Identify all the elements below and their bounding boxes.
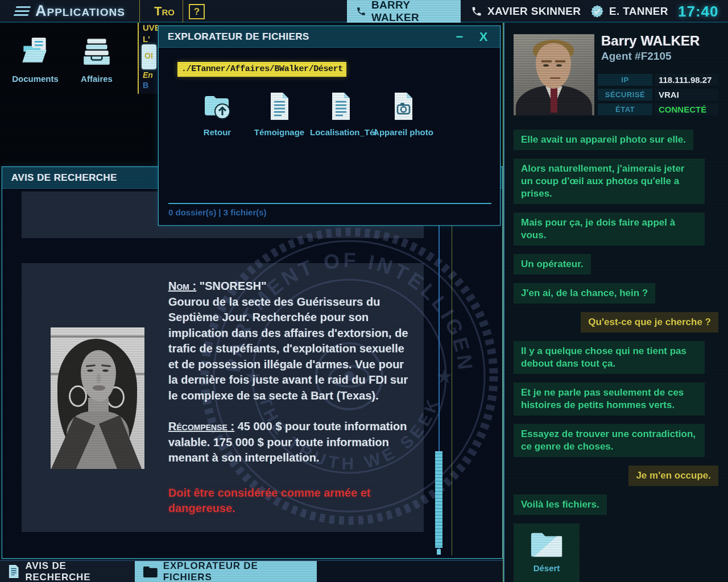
hidden-window-text-fragment: UVE [143,23,158,32]
contact-chat-panel: Barry WALKER Agent #F2105 IP 118.111.98.… [503,23,728,582]
phone-icon [471,6,482,17]
taskbar: AVIS DE RECHERCHE EXPLORATEUR DE FICHIER… [0,560,503,582]
document-file-icon [263,90,295,122]
chat-attachment-desert-folder[interactable]: Désert [514,523,580,582]
contact-field-ip: IP 118.111.98.27 [598,74,718,86]
field-value: CONNECTÉ [655,103,718,115]
folder-up-icon [201,90,233,122]
taskbar-tab-explorateur-de-fichiers[interactable]: EXPLORATEUR DE FICHIERS [135,561,317,582]
chat-message: Et je ne parle pas seulement de ces hist… [514,383,705,415]
hidden-window-text-fragment: En [143,70,153,80]
wanted-mugshot-photo [51,327,144,469]
chat-message: Elle avait un appareil photo sur elle. [514,130,693,150]
field-label: SÉCURISÉ [598,89,652,101]
file-item-retour[interactable]: Retour [187,90,248,137]
help-button[interactable]: ? [189,4,205,19]
contact-photo [514,34,594,115]
phone-icon [356,6,366,17]
chat-message-player: Qu'est-ce que je cherche ? [581,312,718,332]
document-file-icon [325,90,357,122]
open-folder-icon [19,35,52,68]
contact-agent-id: Agent #F2105 [601,50,672,63]
wanted-name-value: "SNORESH" [196,280,266,292]
agent-tab-barry-walker[interactable]: BARRY WALKER [347,0,461,23]
top-bar: Applications Tro ? BARRY WALKER XAVIER S… [0,0,728,23]
wanted-window-title: AVIS DE RECHERCHE [11,172,117,184]
chat-message: Il y a quelque chose qui ne tient pas de… [514,341,705,374]
agent-tab-label: E. TANNER [609,5,668,18]
applications-menu[interactable]: Applications [35,2,125,20]
reward-label: Récompense : [168,420,234,433]
tro-button[interactable]: Tro [147,2,182,20]
file-item-label: Localisation_Tél [310,127,371,137]
file-item-label: Retour [187,127,248,137]
explorer-divider [168,203,491,204]
clock: 17:40 [678,3,719,20]
file-item-appareil-photo[interactable]: Appareil photo [373,90,434,137]
hidden-window-text-fragment: OI [144,51,153,60]
wanted-scrollbar-nub [437,549,441,555]
explorer-status-text: 0 dossier(s) | 3 fichier(s) [168,207,267,217]
camera-file-icon [387,90,419,122]
taskbar-tab-label: AVIS DE RECHERCHE [25,560,127,582]
minimize-button[interactable]: − [451,29,468,46]
agent-tab-label: XAVIER SKINNER [487,5,581,18]
inbox-tray-icon [80,35,113,68]
topbar-separator [139,0,140,23]
file-item-temoignage[interactable]: Témoignage [249,90,310,137]
wanted-scrollbar-thumb[interactable] [435,451,442,548]
wanted-name-label: Nom : [168,280,196,292]
folder-icon [143,566,158,578]
hamburger-menu-icon[interactable] [15,6,30,16]
hidden-window-text-fragment: L' [143,34,150,44]
taskbar-tab-label: EXPLORATEUR DE FICHIERS [163,560,309,582]
agent-tab-xavier-skinner[interactable]: XAVIER SKINNER [462,0,590,23]
agent-tab-label: BARRY WALKER [371,0,452,24]
chat-message: Mais pour ça, je dois faire appel à vous… [514,213,705,246]
file-item-localisation-tel[interactable]: Localisation_Tél [310,90,371,137]
chat-message: Alors naturellement, j'aimerais jeter un… [514,159,705,204]
desktop-icon-label: Affaires [71,74,122,84]
chat-message: Voilà les fichiers. [514,494,607,515]
taskbar-tab-avis-de-recherche[interactable]: AVIS DE RECHERCHE [0,561,135,582]
close-button[interactable]: X [475,29,492,46]
wanted-reward: Récompense : 45 000 $ pour toute informa… [168,419,415,466]
hidden-window-text-fragment: B [143,81,148,90]
field-value: VRAI [655,89,718,101]
field-label: IP [598,74,652,86]
folder-icon [528,529,565,559]
file-item-label: Témoignage [249,127,310,137]
game-screen: Applications Tro ? BARRY WALKER XAVIER S… [0,0,728,582]
desktop-icon-affaires[interactable]: Affaires [71,35,122,84]
field-label: ÉTAT [598,103,652,115]
wanted-notice-text: Nom : "SNORESH" Gourou de la secte des G… [168,278,415,517]
topbar-separator [183,0,183,23]
desktop-icon-documents[interactable]: Documents [10,35,61,84]
attachment-label: Désert [514,563,580,573]
chat-message-list: Elle avait un appareil photo sur elle. A… [514,130,718,582]
wanted-name-line: Nom : "SNORESH" [168,278,415,294]
explorer-title: EXPLORATEUR DE FICHIERS [168,31,309,43]
wanted-warning: Doit être considérée comme armée et dang… [168,485,415,517]
chat-message: J'en ai, de la chance, hein ? [514,283,655,304]
document-icon [8,564,19,579]
hidden-background-window: UVE L' OI En B [138,23,158,94]
chat-message: Un opérateur. [514,254,591,275]
contact-field-etat: ÉTAT CONNECTÉ [598,103,718,115]
agent-tab-e-tanner[interactable]: E. TANNER [581,0,677,23]
wanted-description: Gourou de la secte des Guérisseurs du Se… [168,294,415,404]
explorer-path-bar[interactable]: ./ETanner/Affaires/BWalker/Désert [177,62,346,77]
field-value: 118.111.98.27 [655,74,718,86]
badge-seal-icon [590,5,604,18]
file-item-label: Appareil photo [373,127,434,137]
desktop-icon-label: Documents [10,74,61,84]
wanted-window-divider [452,192,452,555]
chat-message: Essayez de trouver une contradiction, ce… [514,424,705,457]
contact-name: Barry WALKER [601,33,700,49]
chat-message-player: Je m'en occupe. [628,465,718,486]
contact-field-securise: SÉCURISÉ VRAI [598,89,718,101]
explorer-titlebar[interactable]: EXPLORATEUR DE FICHIERS [159,26,500,48]
file-explorer-window: EXPLORATEUR DE FICHIERS − X ./ETanner/Af… [158,26,500,226]
